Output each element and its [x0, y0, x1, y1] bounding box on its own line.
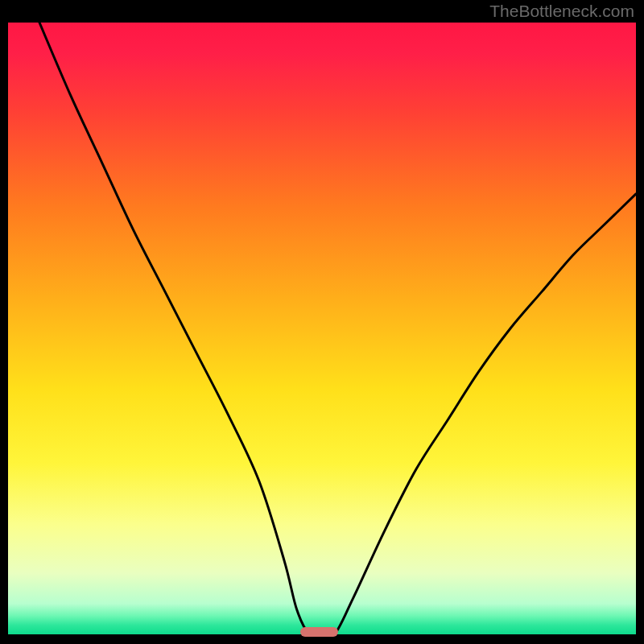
chart-frame: TheBottleneck.com — [0, 0, 644, 644]
bottleneck-chart — [8, 23, 636, 634]
watermark-label: TheBottleneck.com — [489, 2, 634, 21]
gradient-background — [8, 23, 636, 634]
optimal-marker — [300, 627, 338, 637]
